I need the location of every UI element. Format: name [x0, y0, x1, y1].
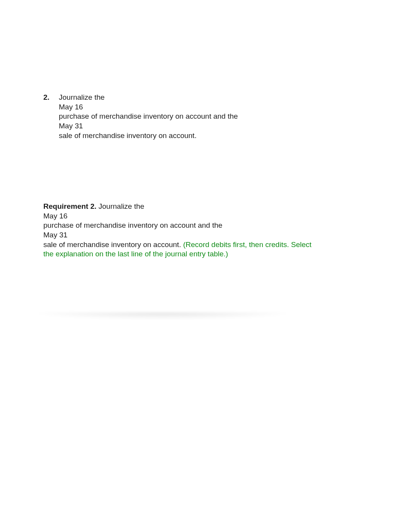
text-line: sale of merchandise inventory on account…: [59, 131, 322, 141]
page: 2. Journalize the May 16 purchase of mer…: [0, 0, 411, 532]
requirement-line-1: Requirement 2. Journalize the: [43, 202, 314, 211]
shadow-divider: [39, 312, 286, 319]
requirement-line-5: sale of merchandise inventory on account…: [43, 240, 314, 259]
text-fragment: Journalize the: [96, 202, 144, 210]
requirement-label: Requirement 2.: [43, 202, 96, 210]
text-fragment: sale of merchandise inventory on account…: [43, 240, 183, 249]
text-line: May 16: [43, 211, 314, 221]
requirement-block: Requirement 2. Journalize the May 16 pur…: [43, 202, 314, 259]
text-line: purchase of merchandise inventory on acc…: [43, 221, 314, 230]
question-block: 2. Journalize the May 16 purchase of mer…: [43, 93, 322, 140]
item-body: Journalize the May 16 purchase of mercha…: [59, 93, 322, 140]
text-line: purchase of merchandise inventory on acc…: [59, 112, 322, 121]
text-line: May 31: [59, 121, 322, 131]
text-line: May 16: [59, 102, 322, 112]
item-number: 2.: [43, 93, 59, 102]
text-line: Journalize the: [59, 93, 322, 102]
text-line: May 31: [43, 230, 314, 240]
numbered-item: 2. Journalize the May 16 purchase of mer…: [43, 93, 322, 140]
